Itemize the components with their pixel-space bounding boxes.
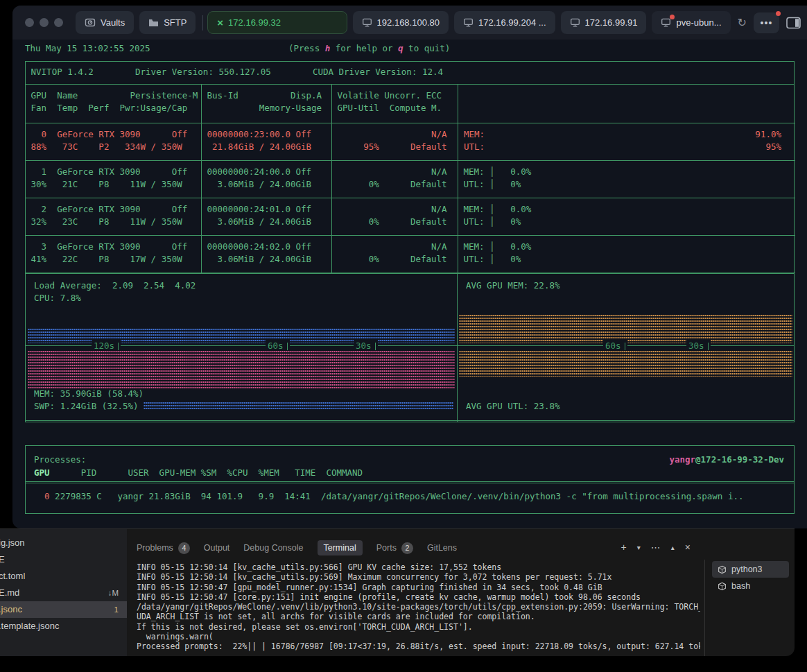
gpu-row-0-bus: 00000000:23:00.0 Off 21.84GiB / 24.00GiB (202, 123, 332, 161)
gpu-row-1-info: 1 GeForce RTX 3090 Off 30% 21C P8 11W / … (26, 161, 202, 198)
load-average: Load Average: 2.09 2.54 4.02 (34, 279, 196, 292)
gpu-mem-history-graph (459, 314, 792, 343)
terminal-list: python3 bash (704, 560, 795, 656)
tab-gitlens[interactable]: GitLens (427, 543, 457, 553)
user-host-label: yangr@172-16-99-32-Dev (669, 454, 784, 466)
swap-usage: SWP: 1.24GiB (32.5%) (34, 400, 139, 413)
tab-debug-console[interactable]: Debug Console (243, 543, 303, 553)
gpu-row-1-bus: 00000000:24:00.0 Off 3.06MiB / 24.00GiB (202, 161, 332, 198)
terminal-line: If this is not desired, please set os.en… (137, 622, 700, 632)
terminal-line: INFO 05-15 12:50:47 [core.py:151] init e… (137, 592, 700, 602)
tab-host-172-16-99-91[interactable]: 172.16.99.91 (561, 11, 647, 34)
gpu-table-header-col2: Bus-Id Disp.A Memory-Usage (202, 85, 332, 123)
gpu-row-0-bars: MEM: 91.0% UTL: 95% (458, 123, 795, 161)
terminal-line: INFO 05-15 12:50:14 [kv_cache_utils.py:5… (137, 562, 700, 572)
panel-actions: + ▾ ⋯ ▴ × (621, 542, 691, 554)
tab-label: SFTP (164, 17, 186, 28)
tab-host-172-16-99-32[interactable]: × 172.16.99.32 (207, 11, 347, 34)
gpu-table-header-col3: Volatile Uncorr. ECC GPU-Util Compute M. (332, 85, 458, 123)
terminal-line-progress: Processed prompts: 22%|| | 16786/76987 [… (137, 641, 700, 651)
host-icon-with-notification (661, 17, 671, 28)
screen: Vaults SFTP × 172.16.99.32 192.168.100.8… (0, 0, 807, 672)
gpu-row-3-info: 3 GeForce RTX 3090 Off 41% 22C P8 17W / … (26, 236, 202, 273)
terminal-line: /data/yangr/gitRepos/WeClone/.venv/lib/p… (137, 602, 700, 612)
gpu-row-0-info: 0 GeForce RTX 3090 Off 88% 73C P2 334W /… (26, 123, 202, 161)
terminal-window: Vaults SFTP × 172.16.99.32 192.168.100.8… (12, 6, 807, 528)
tab-problems[interactable]: Problems4 (137, 542, 190, 554)
file-item[interactable]: .template.jsonc (0, 618, 127, 635)
host-icon (362, 17, 372, 28)
new-terminal-button[interactable]: + (621, 542, 627, 554)
terminal-item-bash[interactable]: bash (712, 578, 789, 594)
tab-label: 172.16.99.91 (585, 17, 638, 28)
notification-dot (776, 11, 781, 16)
gpu-row-3-util: N/A 0% Default (332, 236, 458, 273)
mem-usage: MEM: 35.90GiB (58.4%) (34, 388, 144, 400)
terminal-process-icon (718, 582, 727, 591)
more-actions-icon[interactable]: ⋯ (651, 542, 661, 554)
panel-tab-bar: Problems4 Output Debug Console Terminal … (137, 539, 795, 557)
gpu-row-0-util: N/A 95% Default (332, 123, 458, 161)
time-axis: 120s 60s 30s (26, 345, 457, 346)
nvitop-help-hint: (Press h for help or q to quit) (288, 42, 450, 55)
tab-label: 192.168.100.80 (377, 17, 440, 28)
gpu-average-panel: AVG GPU MEM: 22.8% 60s 30s AVG GPU UTL: … (458, 274, 795, 422)
processes-title: Processes: (34, 454, 86, 466)
file-item[interactable]: E (0, 551, 127, 568)
gpu-row-2-bars: MEM: │ 0.0% UTL: │ 0% (458, 198, 795, 236)
gpu-row-2-util: N/A 0% Default (332, 198, 458, 236)
tab-ports[interactable]: Ports2 (376, 542, 413, 554)
terminal-item-python3[interactable]: python3 (712, 561, 789, 578)
gpu-row-3-bars: MEM: │ 0.0% UTL: │ 0% (458, 236, 795, 273)
close-panel-icon[interactable]: × (685, 542, 691, 554)
traffic-lights (25, 18, 63, 27)
file-item[interactable]: E.md↓M (0, 585, 127, 601)
nvitop-version-line: NVITOP 1.4.2 Driver Version: 550.127.05 … (26, 66, 794, 78)
tab-terminal[interactable]: Terminal (318, 540, 363, 555)
more-tabs-button[interactable]: ••• (754, 12, 779, 33)
terminal-output[interactable]: INFO 05-15 12:50:14 [kv_cache_utils.py:5… (137, 562, 700, 653)
nvitop-display: Thu May 15 13:02:55 2025 (Press h for he… (25, 42, 795, 514)
tab-label: 172.16.99.204 ... (478, 17, 546, 28)
vault-icon (85, 17, 96, 28)
process-panel: Processes: yangr@172-16-99-32-Dev GPU PI… (25, 445, 795, 514)
notification-dot (670, 15, 675, 19)
terminal-dropdown-icon[interactable]: ▾ (637, 542, 641, 554)
gpu-row-1-bars: MEM: │ 0.0% UTL: │ 0% (458, 161, 795, 198)
ports-count-badge: 2 (401, 542, 413, 554)
terminal-line: warnings.warn( (137, 632, 700, 641)
host-panel: Load Average: 2.09 2.54 4.02 CPU: 7.8% 1… (25, 274, 458, 422)
file-item[interactable]: ig.json (0, 535, 127, 551)
close-tab-icon[interactable]: × (217, 17, 223, 28)
close-window-button[interactable] (25, 18, 34, 27)
gpu-utl-history-graph (459, 350, 792, 377)
maximize-panel-icon[interactable]: ▴ (671, 542, 675, 554)
gpu-0-utl-bar: UTL: 95% (458, 141, 795, 153)
process-table-header: GPU PID USER GPU-MEM %SM %CPU %MEM TIME … (34, 467, 363, 479)
tab-output[interactable]: Output (204, 543, 230, 553)
nvitop-datetime: Thu May 15 13:02:55 2025 (25, 43, 150, 53)
file-item[interactable]: ct.toml (0, 568, 127, 585)
minimize-window-button[interactable] (40, 18, 49, 27)
tab-host-pve-ubuntu[interactable]: pve-ubun... (652, 11, 730, 34)
quit-key: q (398, 43, 404, 53)
gpu-table-header-col1: GPU Name Persistence-M Fan Temp Perf Pwr… (26, 85, 202, 123)
tab-vaults[interactable]: Vaults (76, 11, 134, 34)
gpu-row-1-util: N/A 0% Default (332, 161, 458, 198)
sync-icon[interactable]: ↻ (738, 16, 747, 29)
process-row[interactable]: 0 2279835 C yangr 21.83GiB 94 101.9 9.9 … (34, 490, 744, 503)
time-axis: 60s 30s (458, 345, 794, 346)
process-divider (26, 481, 794, 483)
sidebar-toggle-icon[interactable] (786, 17, 801, 29)
file-item-selected[interactable]: .jsonc1 (0, 601, 127, 618)
tab-separator (202, 15, 203, 31)
avg-gpu-mem: AVG GPU MEM: 22.8% (466, 279, 559, 292)
vscode-window: ig.json E ct.toml E.md↓M .jsonc1 .templa… (0, 528, 795, 656)
tab-host-172-16-99-204[interactable]: 172.16.99.204 ... (454, 11, 555, 34)
host-icon (570, 17, 580, 28)
tab-host-192-168-100-80[interactable]: 192.168.100.80 (353, 11, 449, 34)
zoom-window-button[interactable] (54, 18, 63, 27)
nvitop-graphs: Load Average: 2.09 2.54 4.02 CPU: 7.8% 1… (25, 274, 795, 422)
tab-sftp[interactable]: SFTP (139, 11, 196, 34)
swap-history-graph (144, 402, 453, 411)
